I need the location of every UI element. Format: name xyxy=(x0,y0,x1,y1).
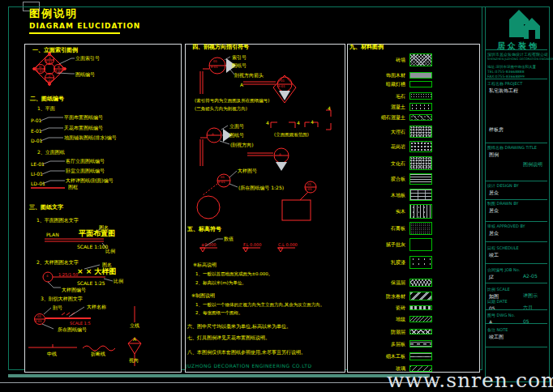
label: 图框 xyxy=(68,185,78,190)
titleblock-divider xyxy=(486,79,547,79)
label: 剖号 xyxy=(53,305,62,310)
material-swatch-layers xyxy=(409,340,432,347)
material-swatch-dots-sparse xyxy=(409,103,432,111)
material-name: 毛石 xyxy=(396,93,405,100)
label: E-01 xyxy=(278,85,285,88)
label: 3、剖切大样图文字 xyxy=(41,296,83,301)
label: ±0.000 xyxy=(201,243,216,247)
titleblock-divider xyxy=(486,283,547,283)
material-name: 细木工板 xyxy=(386,353,405,360)
label: 视向 xyxy=(129,358,139,363)
material-swatch-empty xyxy=(409,81,432,87)
company-addr: 地址:深圳市深南中路佳和大厦 xyxy=(487,65,536,69)
material-name: 保温层 xyxy=(391,279,405,287)
label: 五、标高符号 xyxy=(187,227,221,232)
label: SCALE 1:5 xyxy=(70,322,91,326)
label: SCALE 1:100 xyxy=(77,245,108,249)
material-swatch-hlines2 xyxy=(409,189,432,201)
label: E-01 xyxy=(211,66,218,69)
label: E-03 xyxy=(45,79,53,83)
material-swatch-diagthick xyxy=(409,292,432,300)
titleblock-label: 比例 SCALE xyxy=(487,287,510,292)
material-swatch-diagfine xyxy=(409,316,432,322)
label: A xyxy=(279,153,281,156)
label: ※标高说明 xyxy=(193,262,216,267)
label: 立面号 xyxy=(229,124,244,129)
titleblock-divider xyxy=(486,49,547,50)
titleblock-extra: 图例说明 xyxy=(523,161,542,168)
material-swatch-zigzag xyxy=(409,329,432,334)
material-name: 地毯 xyxy=(396,316,405,323)
titleblock-label: 设计 DESIGN BY xyxy=(487,183,519,188)
company-tel: TEL:0755-83668888 xyxy=(487,70,525,74)
material-swatch-vgrain xyxy=(409,204,432,219)
titleblock-value: 居众 xyxy=(489,207,499,215)
label: 剖视方向箭头 xyxy=(234,73,264,78)
material-swatch-dots-s2 xyxy=(409,238,432,251)
label: (剖视方向) xyxy=(230,143,254,147)
titleblock-label: 制图 DRAWN BY xyxy=(487,201,518,206)
label: A xyxy=(133,337,136,342)
material-name: 文化石 xyxy=(391,160,405,168)
label: 2、立面图纸 xyxy=(37,150,65,155)
label: LE-01 xyxy=(31,162,45,167)
titleblock-divider xyxy=(486,181,547,181)
material-swatch-speckle-d xyxy=(409,156,432,170)
label: E-01 xyxy=(35,320,42,323)
label: 平面布置图纸编号 xyxy=(64,115,103,120)
label: 大样图编号 xyxy=(62,288,86,292)
label: PLAN xyxy=(46,232,59,237)
label: E-01 xyxy=(218,181,225,184)
material-name: 木地板 xyxy=(391,192,405,199)
titleblock-label: 日期 DATE xyxy=(487,299,508,304)
material-name: 石膏板 xyxy=(391,225,405,232)
label: 中线 xyxy=(47,352,57,356)
titleblock-label: 备注 NOTE xyxy=(487,327,508,332)
material-swatch-speckle xyxy=(409,141,432,152)
material-swatch-dots-rare xyxy=(409,256,432,269)
material-name: 混凝土 xyxy=(391,104,405,111)
label: 01 xyxy=(221,176,225,179)
label: LI-01 xyxy=(31,172,43,177)
label: A xyxy=(212,133,214,136)
material-name: 防潮层 xyxy=(391,329,405,336)
label: 所在图纸编号 xyxy=(58,327,87,332)
label: 4 xyxy=(297,121,300,126)
label: 客厅立面图纸编号 xyxy=(66,159,105,164)
watermark: www.snren.com xyxy=(387,369,553,392)
titleblock-divider xyxy=(486,143,547,143)
sheet-edge-line xyxy=(0,382,438,383)
label: 数值 xyxy=(224,236,234,241)
label: 4 xyxy=(46,275,48,278)
label: 1、一般以首层地面完成面为±0.000。 xyxy=(195,272,272,277)
label: 立面索引号 xyxy=(75,56,100,61)
label: C.L 0.000 xyxy=(278,243,298,247)
label: 比例 xyxy=(114,279,123,283)
label: 大样名称 xyxy=(87,305,106,309)
label: D-01 xyxy=(31,138,42,143)
material-name: 大理石 xyxy=(391,129,405,136)
material-name: 腻子批灰 xyxy=(386,241,405,249)
sheet-bottom-bar xyxy=(8,374,430,377)
label: (所在图纸编号 1:25) xyxy=(238,185,284,190)
label: 二、图纸编号 xyxy=(30,96,64,102)
label: 大样详图纸(剖面)编号 xyxy=(66,178,114,183)
label: 索引号 xyxy=(232,55,246,60)
titleblock-divider xyxy=(486,323,547,324)
label: 4 xyxy=(311,120,314,125)
page-subtitle: DIAGRAM ELUCIDATION xyxy=(29,23,140,30)
titleblock-extra: 六月 xyxy=(523,305,533,312)
label: 图纸编号 xyxy=(75,72,95,77)
titleblock-value: 居众 xyxy=(489,230,499,237)
titleblock-divider xyxy=(486,241,547,242)
label: (三角箭头方向为剖视方向) xyxy=(195,107,247,112)
label: E-04 xyxy=(36,70,44,73)
material-swatch-dots-dash xyxy=(409,114,432,121)
label: SCALE 1:25 xyxy=(77,281,105,286)
titleblock-value: 图例 xyxy=(489,151,499,159)
label: 八、本图例仅供本套图纸参照使用,未尽事宜另行说明。 xyxy=(187,350,306,355)
titleblock-value: 私宅装饰工程 xyxy=(489,87,518,95)
material-name: 细石混凝土 xyxy=(381,114,405,121)
titleblock-label: 合同编号 JOB No. xyxy=(487,267,520,272)
label: 2、每张图纸一个图框。 xyxy=(195,311,243,316)
